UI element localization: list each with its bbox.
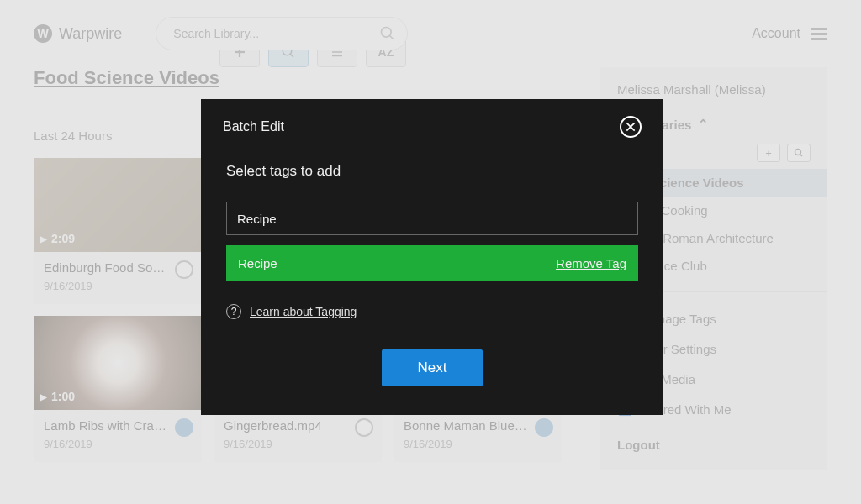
tag-name: Recipe: [238, 256, 277, 270]
modal-subtitle: Select tags to add: [226, 163, 638, 180]
close-button[interactable]: [620, 116, 642, 138]
modal-title: Batch Edit: [223, 119, 284, 134]
next-button[interactable]: Next: [382, 349, 483, 386]
tag-input[interactable]: [226, 202, 638, 235]
batch-edit-modal: Batch Edit Select tags to add Recipe Rem…: [201, 99, 663, 415]
selected-tag: Recipe Remove Tag: [226, 245, 638, 281]
help-icon: ?: [226, 304, 241, 319]
remove-tag-link[interactable]: Remove Tag: [556, 256, 626, 270]
learn-tagging-link[interactable]: Learn about Tagging: [250, 305, 357, 318]
